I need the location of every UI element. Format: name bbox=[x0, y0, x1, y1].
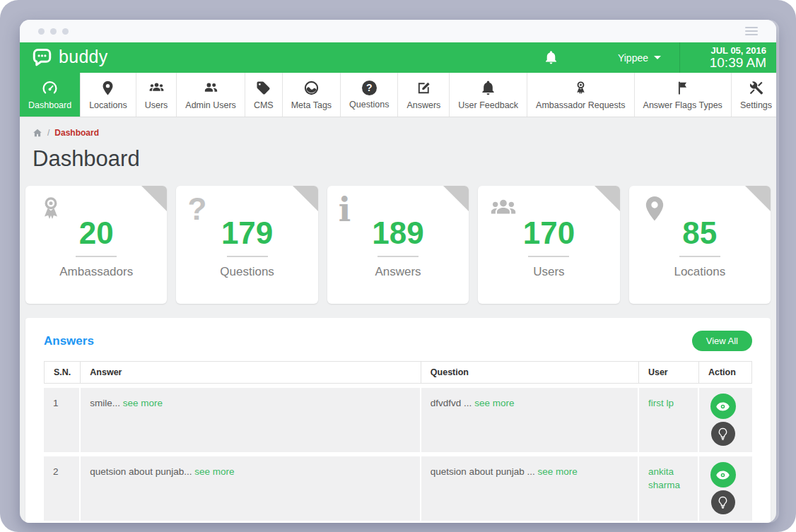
stat-card-answers[interactable]: 189 Answers bbox=[327, 186, 469, 304]
lightbulb-icon bbox=[715, 427, 730, 442]
view-answer-button[interactable] bbox=[710, 462, 736, 487]
col-header-sn: S.N. bbox=[44, 361, 81, 384]
tab-locations[interactable]: Locations bbox=[81, 73, 136, 117]
tab-label: Locations bbox=[89, 100, 127, 110]
highlight-answer-button[interactable] bbox=[711, 490, 735, 514]
col-header-answer: Answer bbox=[81, 361, 421, 384]
flag-icon bbox=[674, 80, 691, 96]
chat-bubble-logo-icon bbox=[31, 47, 53, 69]
highlight-answer-button[interactable] bbox=[711, 422, 735, 446]
brand-logo[interactable]: buddy bbox=[20, 47, 544, 69]
medal-icon bbox=[573, 80, 589, 96]
gauge-icon bbox=[42, 80, 58, 96]
tab-questions[interactable]: Questions bbox=[341, 73, 398, 117]
breadcrumb: / Dashboard bbox=[25, 117, 771, 138]
stat-card-ambassadors[interactable]: 20 Ambassadors bbox=[25, 186, 167, 304]
stat-cards: 20 Ambassadors 179 Questions 189 Answ bbox=[25, 186, 771, 304]
divider bbox=[227, 256, 268, 257]
user-link[interactable]: first lp bbox=[648, 398, 674, 408]
view-all-button[interactable]: View All bbox=[692, 331, 752, 351]
menu-icon[interactable] bbox=[745, 27, 758, 35]
cell-sn: 2 bbox=[44, 456, 81, 521]
tag-icon bbox=[255, 80, 271, 96]
current-date: JUL 05, 2016 bbox=[693, 45, 766, 56]
browser-titlebar bbox=[20, 20, 776, 42]
see-more-link[interactable]: see more bbox=[123, 398, 163, 408]
user-link[interactable]: ankita sharma bbox=[648, 466, 680, 490]
stat-label: Questions bbox=[176, 265, 317, 279]
tab-answer-flags-types[interactable]: Answer Flags Types bbox=[635, 73, 732, 117]
edit-square-icon bbox=[416, 80, 432, 96]
breadcrumb-separator: / bbox=[47, 128, 49, 138]
user-menu-label: Yippee bbox=[618, 52, 648, 64]
see-more-link[interactable]: see more bbox=[537, 466, 577, 477]
stat-label: Locations bbox=[629, 265, 771, 279]
tab-ambassador-requests[interactable]: Ambassador Requests bbox=[527, 73, 634, 117]
app-header: buddy Yippee JUL 05, 2016 10:39 AM bbox=[20, 42, 776, 73]
page-title: Dashboard bbox=[33, 146, 763, 172]
view-answer-button[interactable] bbox=[710, 394, 736, 419]
question-text: dfvdfvd ... bbox=[431, 398, 472, 408]
cell-user: ankita sharma bbox=[639, 456, 699, 521]
cell-sn: 1 bbox=[44, 388, 81, 452]
tab-label: Answer Flags Types bbox=[643, 100, 722, 110]
notifications-bell-button[interactable] bbox=[544, 50, 558, 65]
see-more-link[interactable]: see more bbox=[474, 398, 514, 408]
user-menu[interactable]: Yippee bbox=[599, 42, 679, 73]
users-group-icon bbox=[489, 194, 517, 225]
tab-dashboard[interactable]: Dashboard bbox=[20, 73, 81, 117]
stat-label: Answers bbox=[327, 265, 469, 279]
question-text: quetsion about punjab ... bbox=[431, 466, 535, 477]
tab-users[interactable]: Users bbox=[136, 73, 177, 117]
tab-meta-tags[interactable]: Meta Tags bbox=[283, 73, 341, 117]
admin-users-icon bbox=[203, 80, 219, 96]
question-mark-icon bbox=[187, 194, 206, 225]
col-header-user: User bbox=[639, 361, 699, 384]
current-time: 10:39 AM bbox=[693, 56, 766, 70]
stat-card-locations[interactable]: 85 Locations bbox=[629, 186, 771, 304]
tools-icon bbox=[748, 80, 764, 96]
page-content: / Dashboard Dashboard 20 Ambassadors 179 bbox=[20, 117, 776, 523]
tab-label: Meta Tags bbox=[291, 100, 332, 110]
tab-admin-users[interactable]: Admin Users bbox=[177, 73, 245, 117]
home-icon[interactable] bbox=[33, 128, 42, 138]
stat-label: Users bbox=[478, 265, 619, 279]
answers-panel-header: Answers View All bbox=[44, 331, 752, 351]
divider bbox=[679, 256, 720, 257]
chevron-down-icon bbox=[654, 56, 661, 59]
cell-question: quetsion about punjab ... see more bbox=[421, 456, 639, 521]
tab-label: Ambassador Requests bbox=[536, 100, 625, 110]
cell-user: first lp bbox=[639, 388, 699, 452]
bell-icon bbox=[544, 50, 558, 65]
lightbulb-icon bbox=[715, 495, 730, 510]
tab-settings[interactable]: Settings bbox=[732, 73, 776, 117]
table-row: 1 smile... see more dfvdfvd ... see more… bbox=[44, 388, 752, 452]
location-pin-icon bbox=[640, 194, 669, 225]
cell-question: dfvdfvd ... see more bbox=[421, 388, 639, 452]
stat-card-questions[interactable]: 179 Questions bbox=[176, 186, 317, 304]
stat-label: Ambassadors bbox=[25, 265, 167, 279]
tab-answers[interactable]: Answers bbox=[398, 73, 450, 117]
brand-name: buddy bbox=[59, 47, 108, 67]
tab-cms[interactable]: CMS bbox=[245, 73, 283, 117]
tab-label: Settings bbox=[740, 100, 772, 110]
col-header-action: Action bbox=[699, 361, 752, 384]
corner-fold-icon bbox=[443, 186, 469, 211]
table-header-row: S.N. Answer Question User Action bbox=[44, 361, 752, 384]
answer-text: smile... bbox=[90, 398, 120, 408]
device-frame: buddy Yippee JUL 05, 2016 10:39 AM Dashb… bbox=[0, 0, 796, 532]
tab-label: Dashboard bbox=[28, 100, 71, 110]
answers-table: S.N. Answer Question User Action 1 smile… bbox=[44, 357, 752, 523]
corner-fold-icon bbox=[745, 186, 771, 211]
see-more-link[interactable]: see more bbox=[194, 466, 234, 477]
answers-panel: Answers View All S.N. Answer Question Us… bbox=[25, 318, 771, 523]
panel-title: Answers bbox=[44, 334, 94, 348]
cell-action bbox=[699, 388, 752, 452]
bell-icon bbox=[480, 80, 496, 96]
divider bbox=[528, 256, 569, 257]
breadcrumb-current[interactable]: Dashboard bbox=[54, 128, 99, 138]
tab-user-feedback[interactable]: User Feedback bbox=[450, 73, 527, 117]
table-row: 2 quetsion about punjab... see more quet… bbox=[44, 456, 752, 521]
eye-icon bbox=[715, 468, 730, 483]
stat-card-users[interactable]: 170 Users bbox=[478, 186, 619, 304]
